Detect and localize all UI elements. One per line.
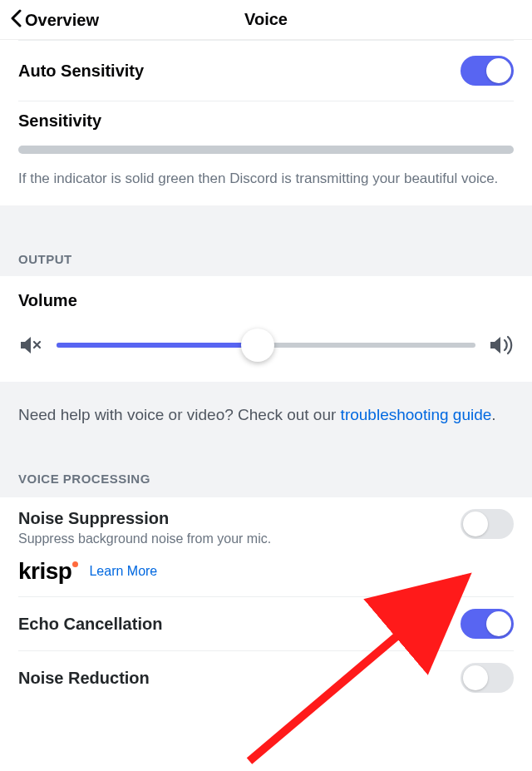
voice-processing-section-title: VOICE PROCESSING xyxy=(18,472,514,486)
sensitivity-block: Sensitivity If the indicator is solid gr… xyxy=(0,101,532,205)
noise-suppression-label: Noise Suppression xyxy=(18,509,451,528)
speaker-mute-icon xyxy=(18,333,43,358)
output-section-title: OUTPUT xyxy=(18,252,514,266)
auto-sensitivity-toggle[interactable] xyxy=(461,56,514,86)
auto-sensitivity-label: Auto Sensitivity xyxy=(18,62,144,81)
voice-processing-section-header: VOICE PROCESSING xyxy=(0,452,532,497)
back-label: Overview xyxy=(25,11,99,30)
noise-suppression-row: Noise Suppression Suppress background no… xyxy=(0,497,532,596)
krisp-logo: krisp xyxy=(18,558,77,585)
output-section-header: OUTPUT xyxy=(0,205,532,276)
volume-thumb[interactable] xyxy=(241,329,274,362)
noise-reduction-row: Noise Reduction xyxy=(0,651,532,704)
learn-more-link[interactable]: Learn More xyxy=(89,564,157,579)
auto-sensitivity-row: Auto Sensitivity xyxy=(0,41,532,101)
sensitivity-description: If the indicator is solid green then Dis… xyxy=(18,169,514,189)
speaker-loud-icon xyxy=(489,333,514,358)
echo-cancellation-row: Echo Cancellation xyxy=(0,597,532,650)
noise-suppression-description: Suppress background noise from your mic. xyxy=(18,531,451,546)
troubleshooting-link[interactable]: troubleshooting guide xyxy=(341,406,492,423)
noise-reduction-label: Noise Reduction xyxy=(18,669,150,688)
chevron-left-icon xyxy=(10,9,22,31)
volume-block: Volume xyxy=(0,276,532,382)
help-prefix: Need help with voice or video? Check out… xyxy=(18,406,341,423)
sensitivity-indicator xyxy=(18,146,514,154)
noise-suppression-toggle[interactable] xyxy=(461,509,514,539)
sensitivity-label: Sensitivity xyxy=(18,111,514,131)
help-suffix: . xyxy=(491,406,495,423)
header-bar: Overview Voice xyxy=(0,0,532,40)
voice-settings-screen: Overview Voice Auto Sensitivity Sensitiv… xyxy=(0,0,532,771)
volume-label: Volume xyxy=(18,291,514,310)
volume-slider[interactable] xyxy=(57,329,475,362)
echo-cancellation-label: Echo Cancellation xyxy=(18,615,162,634)
page-title: Voice xyxy=(244,10,288,29)
help-text: Need help with voice or video? Check out… xyxy=(0,382,532,452)
echo-cancellation-toggle[interactable] xyxy=(461,609,514,639)
noise-reduction-toggle[interactable] xyxy=(461,663,514,693)
back-button[interactable]: Overview xyxy=(10,0,99,40)
volume-fill xyxy=(57,343,258,348)
